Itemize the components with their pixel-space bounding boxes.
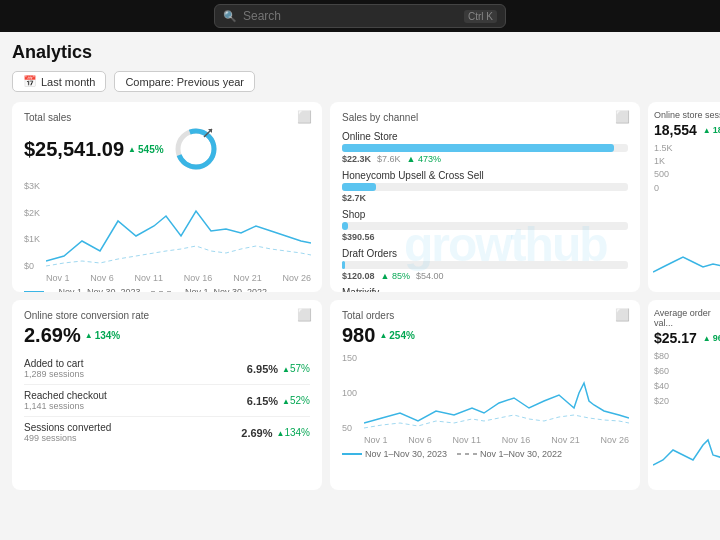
y-label: $20 <box>654 396 720 406</box>
y-label: 150 <box>342 353 357 363</box>
conversion-title: Online store conversion rate <box>24 310 310 321</box>
legend-current-label: — Nov 1–Nov 30, 2023 <box>47 287 141 292</box>
period-label: Last month <box>41 76 95 88</box>
orders-chart: 150 100 50 Nov 1 Nov 6 Nov 11 Nov 16 Nov… <box>342 353 628 453</box>
search-input[interactable] <box>243 9 458 23</box>
x-label: Nov 16 <box>502 435 531 445</box>
y-label: $80 <box>654 351 720 361</box>
x-label: Nov 1 <box>364 435 388 445</box>
sales-sparkline <box>46 181 311 271</box>
search-box[interactable]: 🔍 Ctrl K <box>214 4 506 28</box>
orders-value: 980 <box>342 323 375 347</box>
total-sales-badge: 545% <box>128 144 164 155</box>
y-label: 0 <box>654 183 720 193</box>
channel-draft-orders: Draft Orders $120.08 ▲ 85% $54.00 <box>342 248 628 281</box>
compare-label: Compare: Previous year <box>125 76 244 88</box>
total-sales-value: $25,541.09 <box>24 137 124 161</box>
conversion-row-converted: Sessions converted 499 sessions 2.69% 13… <box>24 417 310 448</box>
conversion-row-cart: Added to cart 1,289 sessions 6.95% 57% <box>24 353 310 385</box>
main-content: Analytics 📅 Last month Compare: Previous… <box>0 32 720 540</box>
calendar-icon: 📅 <box>23 75 37 88</box>
x-label: Nov 1 <box>46 273 70 283</box>
legend-previous-label: --- Nov 1–Nov 30, 2022 <box>174 287 268 292</box>
search-shortcut: Ctrl K <box>464 10 497 23</box>
x-label: Nov 21 <box>551 435 580 445</box>
x-label: Nov 11 <box>135 273 164 283</box>
avg-order-value: $25.17 <box>654 330 697 347</box>
orders-sparkline <box>364 353 629 433</box>
total-sales-title: Total sales <box>24 112 310 123</box>
y-label: 1K <box>654 156 720 166</box>
conversion-value: 2.69% <box>24 323 81 347</box>
y-label: 500 <box>654 169 720 179</box>
conversion-badge: 134% <box>85 330 121 341</box>
legend-previous: --- Nov 1–Nov 30, 2022 <box>151 287 268 292</box>
sessions-chart <box>653 212 720 282</box>
orders-badge: 254% <box>379 330 415 341</box>
search-icon: 🔍 <box>223 10 237 23</box>
conversion-row-checkout: Reached checkout 1,141 sessions 6.15% 52… <box>24 385 310 417</box>
card-orders: Total orders 980 254% ⬜ 150 100 50 Nov 1 <box>330 300 640 490</box>
x-label: Nov 26 <box>282 273 311 283</box>
sales-channel-title: Sales by channel <box>342 112 628 123</box>
sessions-badge: 18 <box>703 125 720 135</box>
legend-previous: Nov 1–Nov 30, 2022 <box>457 449 562 459</box>
total-sales-donut <box>172 125 220 173</box>
y-label: $60 <box>654 366 720 376</box>
legend-current-label: Nov 1–Nov 30, 2023 <box>365 449 447 459</box>
sessions-title: Online store sess... <box>654 110 720 120</box>
y-label: $40 <box>654 381 720 391</box>
x-label: Nov 11 <box>453 435 482 445</box>
channel-list: Online Store $22.3K $7.6K ▲ 473% Honeyco… <box>342 131 628 292</box>
total-sales-export[interactable]: ⬜ <box>297 110 312 124</box>
conversion-export[interactable]: ⬜ <box>297 308 312 322</box>
card-sales-channel: Sales by channel ⬜ Online Store $22.3K $… <box>330 102 640 292</box>
y-label: 100 <box>342 388 357 398</box>
x-label: Nov 6 <box>90 273 114 283</box>
conversion-rows: Added to cart 1,289 sessions 6.95% 57% R… <box>24 353 310 448</box>
orders-export[interactable]: ⬜ <box>615 308 630 322</box>
avg-order-title: Average order val... <box>654 308 720 328</box>
y-label: $0 <box>24 261 40 271</box>
avg-order-chart <box>653 410 720 480</box>
y-label: $3K <box>24 181 40 191</box>
x-label: Nov 16 <box>184 273 213 283</box>
cards-grid: Total sales $25,541.09 545% ⬜ $3K $2K $1 <box>12 102 708 490</box>
legend-previous-label: Nov 1–Nov 30, 2022 <box>480 449 562 459</box>
x-label: Nov 21 <box>233 273 262 283</box>
channel-shop: Shop $390.56 <box>342 209 628 242</box>
total-sales-chart: $3K $2K $1K $0 Nov 1 Nov 6 Nov 11 Nov 16 <box>24 181 310 281</box>
avg-order-badge: 96 <box>703 333 720 343</box>
sessions-value: 18,554 <box>654 122 697 139</box>
orders-title: Total orders <box>342 310 628 321</box>
compare-button[interactable]: Compare: Previous year <box>114 71 255 92</box>
y-label: $2K <box>24 208 40 218</box>
channel-online-store: Online Store $22.3K $7.6K ▲ 473% <box>342 131 628 164</box>
channel-honeycomb: Honeycomb Upsell & Cross Sell $2.7K <box>342 170 628 203</box>
card-avg-order: Average order val... $25.17 96 $80 $60 $… <box>648 300 720 490</box>
y-label: 1.5K <box>654 143 720 153</box>
x-label: Nov 26 <box>600 435 629 445</box>
y-label: 50 <box>342 423 357 433</box>
card-total-sales: Total sales $25,541.09 545% ⬜ $3K $2K $1 <box>12 102 322 292</box>
y-label: $1K <box>24 234 40 244</box>
card-sessions: Online store sess... 18,554 18 1.5K 1K 5… <box>648 102 720 292</box>
x-label: Nov 6 <box>408 435 432 445</box>
sales-channel-export[interactable]: ⬜ <box>615 110 630 124</box>
top-bar: 🔍 Ctrl K <box>0 0 720 32</box>
legend-current: Nov 1–Nov 30, 2023 <box>342 449 447 459</box>
legend-current: — Nov 1–Nov 30, 2023 <box>24 287 141 292</box>
page-title: Analytics <box>12 42 708 63</box>
period-button[interactable]: 📅 Last month <box>12 71 106 92</box>
channel-matrixify: Matrixify 10 <box>342 287 628 292</box>
toolbar: 📅 Last month Compare: Previous year <box>12 71 708 92</box>
card-conversion: Online store conversion rate 2.69% 134% … <box>12 300 322 490</box>
